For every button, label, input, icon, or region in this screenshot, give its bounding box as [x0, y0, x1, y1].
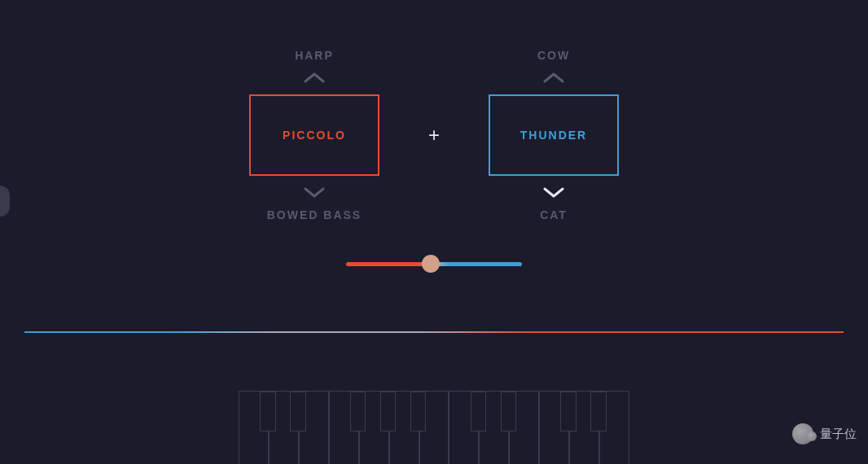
piano-white-key[interactable]	[329, 391, 359, 464]
right-selection-label: THUNDER	[520, 129, 587, 142]
slider-handle[interactable]	[422, 255, 440, 273]
right-prev-option-label: COW	[537, 49, 570, 62]
chevron-up-icon[interactable]	[304, 72, 325, 85]
left-prev-option-label: HARP	[295, 49, 334, 62]
piano-black-key[interactable]	[590, 392, 607, 431]
piano-black-key[interactable]	[471, 392, 487, 431]
piano-black-key[interactable]	[501, 392, 517, 431]
left-edge-tab[interactable]	[0, 186, 10, 217]
piano-white-key[interactable]	[449, 391, 479, 464]
gradient-divider-line	[24, 331, 844, 333]
piano-black-key[interactable]	[290, 392, 306, 431]
right-selector-group: COW THUNDER CAT	[489, 49, 619, 221]
left-selection-label: PICCOLO	[283, 129, 346, 142]
app-container: HARP PICCOLO BOWED BASS + COW THUNDER	[0, 0, 868, 464]
left-selection-box[interactable]: PICCOLO	[249, 94, 379, 176]
piano-white-key[interactable]	[239, 391, 269, 464]
piano-keyboard[interactable]	[239, 391, 629, 464]
wechat-icon	[792, 423, 813, 444]
chevron-down-icon[interactable]	[543, 186, 564, 199]
chevron-up-icon[interactable]	[543, 72, 564, 85]
watermark: 量子位	[792, 423, 857, 444]
piano-black-key[interactable]	[560, 392, 576, 431]
chevron-down-icon[interactable]	[304, 186, 325, 199]
piano-black-key[interactable]	[410, 392, 427, 431]
piano-black-key[interactable]	[380, 392, 397, 431]
left-next-option-label: BOWED BASS	[267, 208, 362, 221]
right-selection-box[interactable]: THUNDER	[489, 94, 619, 176]
piano-black-key[interactable]	[350, 392, 366, 431]
plus-combine-symbol: +	[428, 124, 440, 147]
left-selector-group: HARP PICCOLO BOWED BASS	[249, 49, 379, 221]
right-next-option-label: CAT	[540, 208, 568, 221]
sound-selectors-row: HARP PICCOLO BOWED BASS + COW THUNDER	[249, 49, 619, 221]
watermark-text: 量子位	[820, 427, 857, 442]
piano-black-key[interactable]	[260, 392, 276, 431]
piano-white-key[interactable]	[539, 391, 569, 464]
blend-slider[interactable]	[346, 254, 522, 274]
